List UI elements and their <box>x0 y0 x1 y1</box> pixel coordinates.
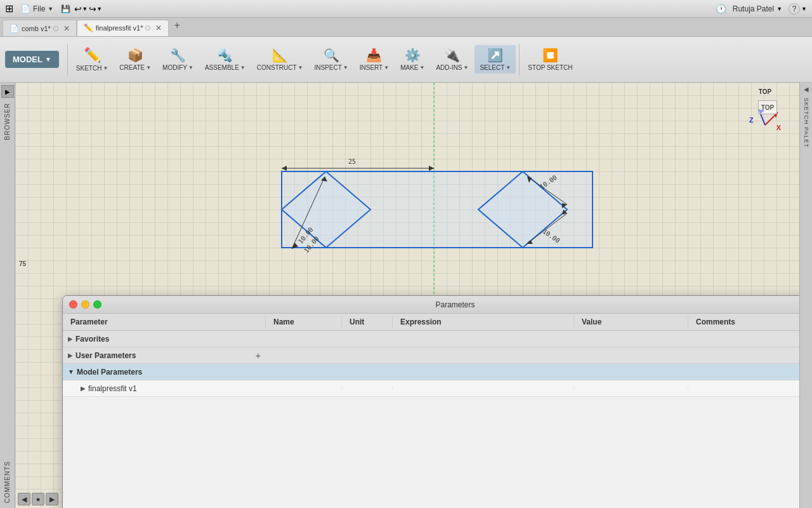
favorites-comments <box>688 338 799 340</box>
nav-prev-button[interactable]: ◀ <box>18 493 30 505</box>
table-body: ▶ Favorites ▶ <box>63 331 799 508</box>
maximize-button[interactable] <box>93 300 102 309</box>
finalpressfit-unit <box>342 387 393 390</box>
browser-label: BROWSER <box>4 103 11 140</box>
model-label: MODEL <box>13 55 43 64</box>
right-sidebar-arrow[interactable]: ◀ <box>801 83 811 95</box>
finalpressfit-expand[interactable]: ▶ <box>81 385 86 392</box>
assemble-button[interactable]: 🔩 ASSEMBLE ▼ <box>200 45 251 74</box>
tab-final-close[interactable]: ✕ <box>155 23 162 32</box>
tab-final[interactable]: ✏️ finalpressfit v1* ✕ <box>77 20 169 36</box>
assemble-arrow: ▼ <box>240 65 246 70</box>
finalpressfit-name-cell: ▶ finalpressfit v1 <box>63 383 266 394</box>
user-params-expand[interactable]: ▶ <box>68 352 73 359</box>
create-button[interactable]: 📦 CREATE ▼ <box>114 45 156 74</box>
tab-comb-label: comb v1* <box>22 25 51 32</box>
canvas-area[interactable]: 10.00 10.00 10.00 10.00 25 75 TOP X Z <box>15 83 799 508</box>
user-params-unit <box>342 354 393 357</box>
right-sidebar: ◀ SKETCH PALET <box>799 83 812 508</box>
col-name: Name <box>266 316 342 328</box>
modify-icon: 🔧 <box>170 48 186 63</box>
tab-final-circle <box>145 25 150 30</box>
file-icon: 📄 <box>21 4 30 13</box>
user-arrow-icon[interactable]: ▼ <box>776 6 782 12</box>
addins-label: ADD-INS <box>436 64 462 71</box>
svg-marker-14 <box>282 166 287 171</box>
tab-comb-close[interactable]: ✕ <box>63 24 70 33</box>
insert-icon: 📥 <box>366 48 382 63</box>
sidebar-collapse-arrow[interactable]: ▶ <box>1 85 14 98</box>
dialog-body: Parameter Name Unit Expression Value Com… <box>63 314 799 508</box>
make-button[interactable]: ⚙️ MAKE ▼ <box>395 45 429 74</box>
file-menu[interactable]: 📄 File ▼ <box>17 3 57 15</box>
make-icon: ⚙️ <box>405 48 421 63</box>
model-params-expand[interactable]: ▼ <box>68 368 74 375</box>
user-params-label: User Parameters <box>75 351 136 360</box>
save-button[interactable]: 💾 <box>61 4 70 13</box>
nav-next-button[interactable]: ▶ <box>46 493 58 505</box>
favorites-name <box>266 338 342 340</box>
undo-arrow[interactable]: ▼ <box>82 6 88 12</box>
y-axis-label: 75 <box>19 260 26 267</box>
sketch-label: SKETCH <box>76 65 102 72</box>
tab-final-icon: ✏️ <box>84 23 93 32</box>
make-arrow: ▼ <box>419 65 424 70</box>
tab-comb[interactable]: 📄 comb v1* ✕ <box>3 20 77 36</box>
addins-arrow: ▼ <box>464 65 469 70</box>
parameters-dialog: Parameters Parameter Name Unit Expressio… <box>62 295 799 508</box>
model-params-comments <box>688 371 799 373</box>
apps-icon[interactable]: ⊞ <box>5 3 13 15</box>
sketch-button[interactable]: ✏️ SKETCH ▼ <box>71 44 113 74</box>
select-button[interactable]: ↗️ SELECT ▼ <box>475 45 516 74</box>
close-button[interactable] <box>69 300 77 309</box>
undo-button[interactable]: ↩ <box>74 4 82 14</box>
minimize-button[interactable] <box>81 300 89 309</box>
finalpressfit-value <box>574 387 688 390</box>
tab-comb-circle <box>53 26 58 31</box>
insert-label: INSERT <box>360 64 383 71</box>
toolbar-divider-1 <box>67 44 68 76</box>
file-arrow: ▼ <box>48 6 53 12</box>
model-params-value <box>574 371 688 373</box>
model-params-name <box>266 371 342 373</box>
col-unit: Unit <box>342 316 393 328</box>
insert-button[interactable]: 📥 INSERT ▼ <box>355 45 394 74</box>
modify-button[interactable]: 🔧 MODIFY ▼ <box>157 45 199 74</box>
construct-icon: 📐 <box>272 48 288 63</box>
stop-sketch-icon: ⏹️ <box>542 48 558 63</box>
main-area: ▶ BROWSER COMMENTS <box>0 83 812 508</box>
col-parameter: Parameter <box>63 316 266 328</box>
help-arrow[interactable]: ▼ <box>801 6 807 12</box>
model-dropdown[interactable]: MODEL ▼ <box>5 51 59 68</box>
table-header: Parameter Name Unit Expression Value Com… <box>63 314 799 331</box>
clock-icon: 🕐 <box>716 4 726 14</box>
sketch-palet-label[interactable]: SKETCH PALET <box>803 98 809 148</box>
nav-center-button[interactable]: ● <box>32 493 44 505</box>
stop-sketch-button[interactable]: ⏹️ STOP SKETCH <box>523 45 577 74</box>
redo-arrow[interactable]: ▼ <box>96 6 102 12</box>
user-name: Rutuja Patel <box>733 4 774 13</box>
construct-label: CONSTRUCT <box>257 64 297 71</box>
inspect-icon: 🔍 <box>324 48 339 63</box>
select-label: SELECT <box>480 64 504 71</box>
finalpressfit-row: ▶ finalpressfit v1 <box>63 380 799 397</box>
user-params-add-icon[interactable]: + <box>256 351 261 361</box>
tab-comb-icon: 📄 <box>10 24 19 33</box>
construct-button[interactable]: 📐 CONSTRUCT ▼ <box>252 45 308 74</box>
model-params-label: Model Parameters <box>77 368 142 377</box>
inspect-button[interactable]: 🔍 INSPECT ▼ <box>309 45 353 74</box>
undo-group: ↩ ▼ ↪ ▼ <box>74 4 102 14</box>
tab-final-label: finalpressfit v1* <box>96 24 143 32</box>
file-label: File <box>33 4 45 13</box>
tab-add-button[interactable]: + <box>169 15 185 36</box>
select-icon: ↗️ <box>487 48 503 63</box>
redo-button[interactable]: ↪ <box>89 4 96 14</box>
addins-button[interactable]: 🔌 ADD-INS ▼ <box>431 45 473 74</box>
modify-label: MODIFY <box>162 64 187 71</box>
favorites-expand[interactable]: ▶ <box>68 335 73 342</box>
assemble-label: ASSEMBLE <box>205 64 239 71</box>
toolbar-divider-2 <box>519 44 520 76</box>
dialog-title: Parameters <box>102 300 799 309</box>
construct-arrow: ▼ <box>298 65 303 70</box>
help-button[interactable]: ? <box>789 3 800 15</box>
